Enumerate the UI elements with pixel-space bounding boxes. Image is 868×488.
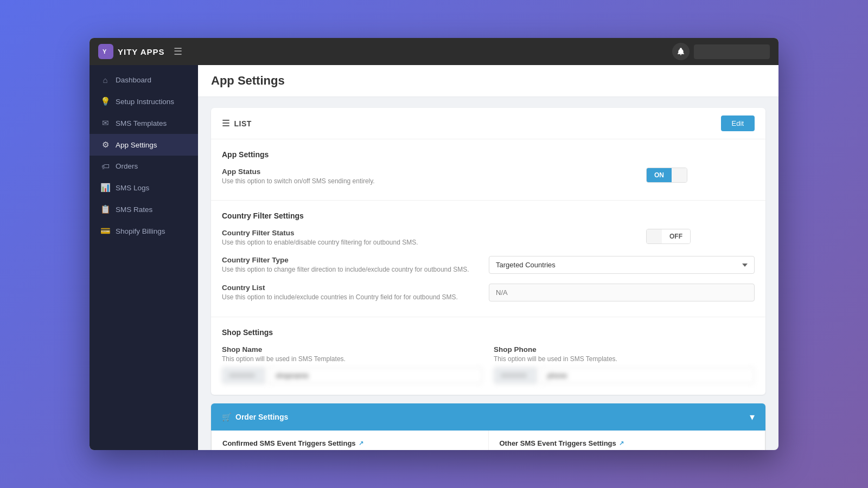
- sidebar-item-sms-templates[interactable]: ✉ SMS Templates: [90, 112, 198, 134]
- filter-status-desc: Use this option to enable/disable countr…: [222, 239, 646, 246]
- app-settings-title: App Settings: [222, 150, 755, 159]
- content-area: App Settings ☰ LIST Edit App Sett: [198, 65, 778, 450]
- shop-settings-section: Shop Settings Shop Name This option will…: [211, 317, 765, 395]
- sidebar-item-app-settings[interactable]: ⚙ App Settings: [90, 134, 198, 156]
- filter-type-desc: Use this option to change filter directi…: [222, 266, 489, 273]
- logs-icon: 📊: [100, 183, 110, 192]
- bell-icon[interactable]: [672, 43, 690, 60]
- filter-type-row: Country Filter Type Use this option to c…: [222, 256, 755, 274]
- app-status-toggle[interactable]: ON: [646, 168, 687, 183]
- app-status-label: App Status Use this option to switch on/…: [222, 168, 646, 185]
- order-settings-header[interactable]: 🛒 Order Settings ▾: [211, 403, 765, 431]
- shop-name-prefix: xxxxxxxx: [222, 367, 265, 384]
- country-filter-section: Country Filter Settings Country Filter S…: [211, 201, 765, 317]
- billing-icon: 💳: [100, 226, 110, 236]
- shop-name-desc: This option will be used in SMS Template…: [222, 355, 483, 363]
- svg-text:Y: Y: [103, 48, 107, 55]
- list-title: ☰ LIST: [222, 118, 252, 129]
- chevron-down-icon: ▾: [750, 411, 755, 423]
- cart-icon: 🛒: [222, 413, 231, 421]
- sidebar-item-shopify-billings[interactable]: 💳 Shopify Billings: [90, 220, 198, 242]
- shop-row: Shop Name This option will be used in SM…: [222, 345, 755, 384]
- app-status-control: ON: [646, 168, 755, 183]
- edit-button[interactable]: Edit: [721, 115, 755, 131]
- sidebar-item-label: App Settings: [116, 141, 157, 149]
- sidebar-item-label: Setup Instructions: [116, 98, 174, 106]
- filter-type-title: Country Filter Type: [222, 256, 489, 264]
- sidebar-item-sms-logs[interactable]: 📊 SMS Logs: [90, 177, 198, 198]
- shop-name-field: Shop Name This option will be used in SM…: [222, 345, 483, 384]
- filter-status-toggle[interactable]: OFF: [646, 229, 691, 244]
- shop-phone-input[interactable]: [540, 367, 755, 384]
- filter-status-label: Country Filter Status Use this option to…: [222, 229, 646, 246]
- sidebar-item-label: Orders: [116, 162, 138, 170]
- sidebar-item-label: Dashboard: [116, 76, 151, 84]
- toggle-on[interactable]: [647, 229, 662, 243]
- order-settings-title: 🛒 Order Settings: [222, 413, 288, 421]
- country-list-row: Country List Use this option to include/…: [222, 284, 755, 301]
- order-triggers-row: Confirmed SMS Event Triggers Settings ↗ …: [212, 431, 765, 450]
- topbar-logo: Y YITY APPS: [98, 44, 165, 59]
- shop-phone-desc: This option will be used in SMS Template…: [494, 355, 755, 363]
- filter-type-select[interactable]: Targeted Countries Excluded Countries: [489, 256, 755, 274]
- shop-settings-title: Shop Settings: [222, 328, 755, 337]
- rates-icon: 📋: [100, 204, 110, 214]
- sidebar-item-label: SMS Templates: [116, 119, 167, 127]
- content-body: ☰ LIST Edit App Settings App Status Use …: [198, 97, 778, 450]
- sidebar-item-sms-rates[interactable]: 📋 SMS Rates: [90, 198, 198, 220]
- filter-status-control: OFF: [646, 229, 755, 244]
- toggle-off[interactable]: OFF: [662, 229, 690, 243]
- external-link-icon-2[interactable]: ↗: [619, 440, 624, 447]
- filter-status-title: Country Filter Status: [222, 229, 646, 237]
- main-layout: ⌂ Dashboard 💡 Setup Instructions ✉ SMS T…: [90, 65, 778, 450]
- page-title: App Settings: [211, 74, 765, 88]
- other-triggers-title: Other SMS Event Triggers Settings ↗: [500, 439, 755, 447]
- confirmed-triggers-col: Confirmed SMS Event Triggers Settings ↗ …: [212, 431, 489, 450]
- filter-type-control: Targeted Countries Excluded Countries: [489, 256, 755, 274]
- shop-name-label: Shop Name: [222, 345, 483, 354]
- country-list-input[interactable]: [489, 284, 755, 301]
- order-settings-card: 🛒 Order Settings ▾ Confirmed SMS Event T…: [211, 403, 765, 450]
- filter-status-row: Country Filter Status Use this option to…: [222, 229, 755, 246]
- order-settings-body: Confirmed SMS Event Triggers Settings ↗ …: [211, 431, 765, 450]
- toggle-off[interactable]: [672, 168, 687, 182]
- shop-phone-prefix: xxxxxxxx: [494, 367, 537, 384]
- orders-icon: 🏷: [100, 162, 110, 171]
- shop-name-input-group: xxxxxxxx: [222, 367, 483, 384]
- other-triggers-col: Other SMS Event Triggers Settings ↗ Orde…: [489, 431, 765, 450]
- topbar-right: [672, 43, 770, 60]
- sidebar-item-dashboard[interactable]: ⌂ Dashboard: [90, 69, 198, 91]
- settings-icon: ⚙: [100, 140, 110, 150]
- country-list-label: Country List Use this option to include/…: [222, 284, 489, 301]
- app-status-row: App Status Use this option to switch on/…: [222, 168, 755, 185]
- lightbulb-icon: 💡: [100, 97, 110, 106]
- app-status-label-title: App Status: [222, 168, 646, 176]
- shop-name-input[interactable]: [269, 367, 483, 384]
- sidebar-item-label: Shopify Billings: [116, 227, 165, 235]
- shop-phone-field: Shop Phone This option will be used in S…: [494, 345, 755, 384]
- home-icon: ⌂: [100, 75, 110, 85]
- settings-card: ☰ LIST Edit App Settings App Status Use …: [211, 108, 765, 395]
- sidebar: ⌂ Dashboard 💡 Setup Instructions ✉ SMS T…: [90, 65, 198, 450]
- app-status-desc: Use this option to switch on/off SMS sen…: [222, 177, 646, 185]
- toggle-on[interactable]: ON: [647, 168, 672, 182]
- country-list-control: [489, 284, 755, 301]
- shop-phone-input-group: xxxxxxxx: [494, 367, 755, 384]
- shop-phone-label: Shop Phone: [494, 345, 755, 354]
- sidebar-item-label: SMS Logs: [116, 184, 149, 192]
- hamburger-icon[interactable]: ☰: [174, 46, 182, 57]
- country-filter-title: Country Filter Settings: [222, 211, 755, 220]
- sidebar-item-orders[interactable]: 🏷 Orders: [90, 156, 198, 177]
- list-icon: ☰: [222, 118, 230, 129]
- sidebar-item-label: SMS Rates: [116, 206, 152, 214]
- topbar-title: YITY APPS: [118, 47, 165, 56]
- page-header: App Settings: [198, 65, 778, 97]
- external-link-icon[interactable]: ↗: [359, 440, 363, 447]
- country-list-title: Country List: [222, 284, 489, 292]
- user-select[interactable]: [694, 44, 770, 59]
- sidebar-item-setup-instructions[interactable]: 💡 Setup Instructions: [90, 91, 198, 112]
- app-window: Y YITY APPS ☰ ⌂ Dashboard 💡: [90, 38, 778, 450]
- filter-type-label: Country Filter Type Use this option to c…: [222, 256, 489, 273]
- template-icon: ✉: [100, 118, 110, 128]
- country-list-desc: Use this option to include/exclude count…: [222, 293, 489, 301]
